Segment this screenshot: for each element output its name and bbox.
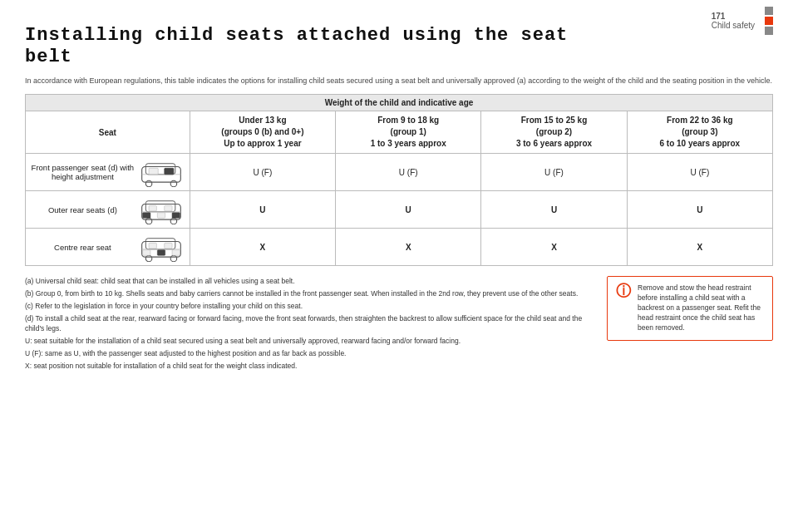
svg-rect-25 xyxy=(172,250,180,256)
child-seat-table: Weight of the child and indicative age S… xyxy=(25,94,773,266)
page-squares xyxy=(765,7,773,35)
svg-point-3 xyxy=(170,181,176,187)
value-2-2: U xyxy=(336,191,481,229)
page-section: Child safety xyxy=(712,21,755,30)
page-indicator: 171 Child safety xyxy=(712,7,773,35)
value-1-1: U (F) xyxy=(190,154,335,191)
table-row: Outer rear seats (d) xyxy=(26,191,773,229)
col-weight-1: Under 13 kg (groups 0 (b) and 0+) Up to … xyxy=(190,111,335,154)
value-2-4: U xyxy=(627,191,772,229)
seat-cell-1: Front passenger seat (d) with height adj… xyxy=(26,154,190,191)
footer-notes: (a) Universal child seat: child seat tha… xyxy=(25,276,590,372)
svg-rect-22 xyxy=(149,244,156,249)
svg-rect-23 xyxy=(164,244,171,249)
notice-text: Remove and stow the head restraint befor… xyxy=(638,283,764,332)
page-number: 171 xyxy=(712,12,755,21)
value-1-3: U (F) xyxy=(481,154,627,191)
square-3 xyxy=(765,27,773,35)
square-2 xyxy=(765,17,773,25)
svg-point-20 xyxy=(170,256,176,262)
page-title: Installing child seats attached using th… xyxy=(25,25,773,69)
car-icon-rear-centre xyxy=(138,232,185,262)
svg-point-9 xyxy=(145,219,151,224)
svg-rect-24 xyxy=(142,250,150,256)
value-3-1: X xyxy=(190,229,335,266)
table-row: Front passenger seat (d) with height adj… xyxy=(26,154,773,191)
svg-rect-26 xyxy=(157,250,165,256)
note-u: U: seat suitable for the installation of… xyxy=(25,336,590,347)
svg-rect-15 xyxy=(172,213,180,219)
col-weight-2: From 9 to 18 kg (group 1) 1 to 3 years a… xyxy=(336,111,481,154)
note-uf: U (F): same as U, with the passenger sea… xyxy=(25,348,590,359)
seat-cell-2: Outer rear seats (d) xyxy=(26,191,190,229)
value-3-2: X xyxy=(336,229,481,266)
svg-rect-6 xyxy=(149,169,158,175)
col-seat-header: Seat xyxy=(26,111,190,154)
svg-rect-12 xyxy=(149,206,156,212)
car-icon-front xyxy=(138,157,185,187)
value-1-2: U (F) xyxy=(336,154,481,191)
svg-point-19 xyxy=(145,256,151,262)
svg-rect-13 xyxy=(164,206,171,212)
note-b: (b) Group 0, from birth to 10 kg. Shells… xyxy=(25,288,590,299)
seat-cell-3: Centre rear seat xyxy=(26,229,190,266)
value-3-3: X xyxy=(481,229,627,266)
square-1 xyxy=(765,7,773,15)
note-x: X: seat position not suitable for instal… xyxy=(25,361,590,372)
svg-rect-16 xyxy=(157,213,165,219)
col-weight-3: From 15 to 25 kg (group 2) 3 to 6 years … xyxy=(481,111,627,154)
page-description: In accordance with European regulations,… xyxy=(25,76,773,86)
table-main-header: Weight of the child and indicative age xyxy=(26,95,773,111)
footer-section: (a) Universal child seat: child seat tha… xyxy=(25,276,773,372)
value-1-4: U (F) xyxy=(627,154,772,191)
main-content: Installing child seats attached using th… xyxy=(0,0,798,389)
value-3-4: X xyxy=(627,229,772,266)
car-icon-rear-outer xyxy=(138,195,185,224)
svg-point-2 xyxy=(145,181,151,187)
notice-box: ⓘ Remove and stow the head restraint bef… xyxy=(607,276,773,340)
note-d: (d) To install a child seat at the rear,… xyxy=(25,313,590,335)
value-2-3: U xyxy=(481,191,627,229)
svg-rect-5 xyxy=(164,169,173,175)
table-row: Centre rear seat xyxy=(26,229,773,266)
note-a: (a) Universal child seat: child seat tha… xyxy=(25,276,590,287)
note-c: (c) Refer to the legislation in force in… xyxy=(25,301,590,312)
svg-point-10 xyxy=(170,219,176,224)
col-weight-4: From 22 to 36 kg (group 3) 6 to 10 years… xyxy=(627,111,772,154)
value-2-1: U xyxy=(190,191,335,229)
svg-rect-14 xyxy=(142,213,150,219)
notice-icon: ⓘ xyxy=(616,283,631,298)
